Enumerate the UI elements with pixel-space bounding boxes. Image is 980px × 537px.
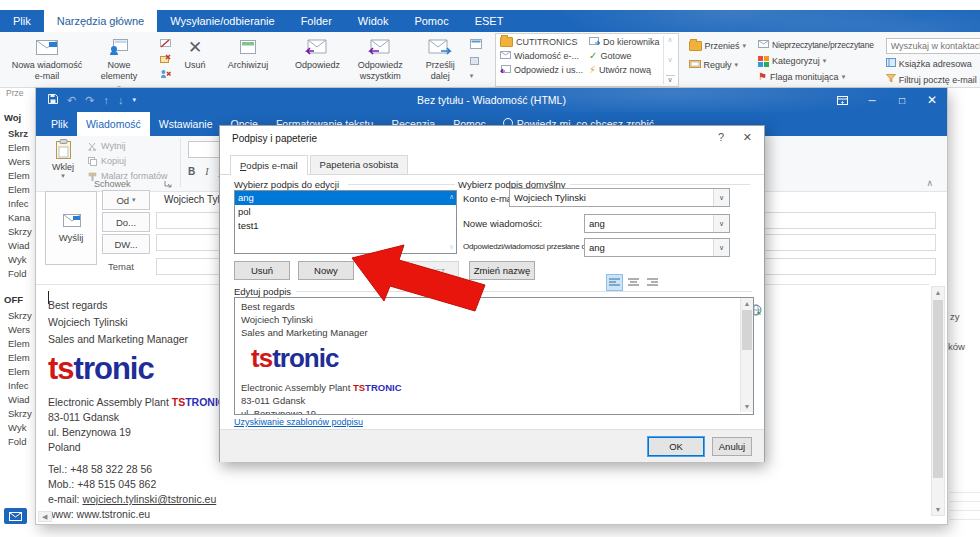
collapse-ribbon-icon[interactable]: ∧ [926, 178, 933, 188]
account-combo[interactable]: Wojciech Tylinski ∨ [509, 188, 730, 207]
quick-steps-more-icon[interactable]: ∨ [666, 75, 675, 84]
tab-narzedzia-glowne[interactable]: Narzędzia główne [44, 10, 157, 32]
tab-widok[interactable]: Widok [345, 10, 402, 32]
cc-button[interactable]: DW... [102, 234, 150, 254]
new-mail-button[interactable]: Nowa wiadomość e-mail [6, 35, 88, 83]
categorize-button[interactable]: Kategoryzuj▾ [758, 55, 874, 67]
cleanup-icon[interactable] [160, 54, 171, 65]
paste-button[interactable]: Wklej ▾ [46, 139, 80, 180]
help-icon[interactable]: ? [718, 131, 724, 143]
quick-steps-scroll-down-icon[interactable]: ∨ [668, 56, 673, 64]
forward-button[interactable]: Prześlij dalej [413, 35, 468, 83]
editor-scrollbar[interactable]: ▲ ▼ [740, 298, 753, 412]
move-button[interactable]: Przenieś▾ [689, 40, 747, 52]
junk-icon[interactable] [160, 69, 171, 80]
folder-item[interactable]: Wiad [8, 240, 30, 251]
folder-item[interactable]: Kana [8, 212, 30, 223]
email-link[interactable]: wojciech.tylinski@tstronic.eu [82, 493, 216, 505]
folder-item[interactable]: Skrzy [8, 408, 32, 419]
align-left-button[interactable] [606, 274, 623, 291]
from-button[interactable]: Od▾ [102, 190, 150, 210]
rules-button[interactable]: Reguły▾ [689, 59, 747, 71]
signature-item[interactable]: test1 [235, 219, 456, 233]
to-button[interactable]: Do... [102, 212, 150, 232]
minimize-button[interactable]: ─ [857, 88, 887, 112]
more-respond-icon[interactable]: ▾ [470, 57, 485, 80]
folder-item[interactable]: Fold [8, 436, 26, 447]
dialog-launcher-icon[interactable] [164, 180, 172, 188]
folder-item[interactable]: Skrzy [8, 310, 32, 321]
folder-item[interactable]: Skrzy [8, 226, 32, 237]
meeting-icon[interactable] [470, 39, 485, 51]
ok-button[interactable]: OK [648, 437, 704, 456]
scroll-down-icon[interactable]: ▼ [932, 504, 944, 515]
folder-item[interactable]: Wers [8, 324, 30, 335]
message-titlebar[interactable]: ↶ ↷ ↑ ↓ ▾ Bez tytułu - Wiadomość (HTML) … [36, 88, 947, 112]
msg-tab-wiadomosc[interactable]: Wiadomość [77, 112, 150, 136]
filter-email-button[interactable]: Filtruj pocztę e-mail▾ [886, 74, 980, 86]
search-contacts-input[interactable] [886, 38, 980, 54]
tab-folder[interactable]: Folder [288, 10, 345, 32]
bold-button[interactable]: B [188, 166, 195, 177]
scroll-up-icon[interactable]: ▲ [932, 287, 944, 298]
signature-item[interactable]: pol [235, 205, 456, 219]
msg-tab-wstawianie[interactable]: Wstawianie [150, 112, 222, 136]
close-button[interactable]: ✕ [917, 88, 947, 112]
folder-item[interactable]: Skrz [8, 128, 28, 139]
delete-signature-button[interactable]: Usuń [234, 261, 290, 280]
dialog-close-icon[interactable]: ✕ [743, 131, 752, 144]
italic-button[interactable]: I [205, 166, 208, 177]
scroll-down-icon[interactable]: ▼ [741, 401, 753, 412]
folder-item[interactable]: Wiad [8, 394, 30, 405]
quick-step-item[interactable]: ✓ Gotowe [589, 50, 660, 62]
new-items-button[interactable]: Nowe elementy ▾ [88, 35, 150, 94]
account-header[interactable]: Woj [4, 112, 21, 123]
signature-templates-link[interactable]: Uzyskiwanie szablonów podpisu [234, 417, 363, 427]
scrollbar-thumb[interactable] [742, 310, 752, 350]
folder-item[interactable]: Elem [8, 184, 30, 195]
list-scroll-up-icon[interactable]: ∧ [449, 193, 454, 201]
replies-combo[interactable]: ang ∨ [584, 238, 730, 257]
folder-item[interactable]: Wyk [8, 422, 26, 433]
ribbon-display-options-icon[interactable] [827, 88, 857, 112]
mail-nav-icon[interactable] [4, 508, 27, 524]
folder-item[interactable]: Infec [8, 380, 29, 391]
ignore-icon[interactable] [160, 39, 171, 50]
body-scrollbar[interactable]: ▲ ▼ [931, 286, 945, 516]
cancel-button[interactable]: Anuluj [712, 437, 752, 456]
tab-pomoc[interactable]: Pomoc [401, 10, 461, 32]
folder-item[interactable]: Elem [8, 142, 30, 153]
tab-papeteria-osobista[interactable]: Papeteria osobista [310, 155, 409, 174]
account-header[interactable]: OFF [4, 294, 23, 305]
copy-button[interactable]: Kopiuj [88, 155, 168, 167]
quick-step-item[interactable]: Do kierownika [589, 36, 660, 48]
quick-steps-scroll-up-icon[interactable]: ∧ [668, 36, 673, 44]
cut-button[interactable]: Wytnij [88, 140, 168, 152]
folder-item[interactable]: Wers [8, 156, 30, 167]
folder-item[interactable]: Elem [8, 170, 30, 181]
quick-step-item[interactable]: ⚡ Utwórz nową [589, 64, 660, 76]
hscroll-left[interactable]: ◀ [38, 511, 52, 522]
align-right-button[interactable] [644, 274, 661, 291]
folder-item[interactable]: Wyk [8, 254, 26, 265]
tab-wysylanie-odbieranie[interactable]: Wysyłanie/odbieranie [157, 10, 287, 32]
signature-item-selected[interactable]: ang [235, 191, 456, 205]
new-messages-combo[interactable]: ang ∨ [584, 214, 730, 233]
folder-item[interactable]: Elem [8, 338, 30, 349]
tab-podpis-email[interactable]: Podpis e-mail [230, 155, 308, 175]
quick-step-item[interactable]: Wiadomość e-... [500, 50, 583, 62]
www-link[interactable]: www.tstronic.eu [77, 508, 151, 518]
send-button[interactable]: Wyślij [45, 191, 97, 265]
follow-up-flag-button[interactable]: ⚑ Flaga monitująca▾ [758, 71, 874, 83]
address-book-button[interactable]: Książka adresowa [886, 58, 980, 70]
folder-item[interactable]: Infec [8, 198, 29, 209]
msg-tab-plik[interactable]: Plik [42, 112, 77, 136]
quick-step-item[interactable]: Odpowiedz i us... [500, 64, 583, 76]
folder-item[interactable]: Fold [8, 268, 26, 279]
scroll-up-icon[interactable]: ▲ [741, 298, 753, 309]
tab-plik[interactable]: Plik [0, 10, 44, 32]
folder-item[interactable]: Elem [8, 366, 30, 377]
align-center-button[interactable] [625, 274, 642, 291]
unread-read-button[interactable]: Nieprzeczytane/przeczytane [758, 39, 874, 51]
folder-item[interactable]: Elem [8, 352, 30, 363]
